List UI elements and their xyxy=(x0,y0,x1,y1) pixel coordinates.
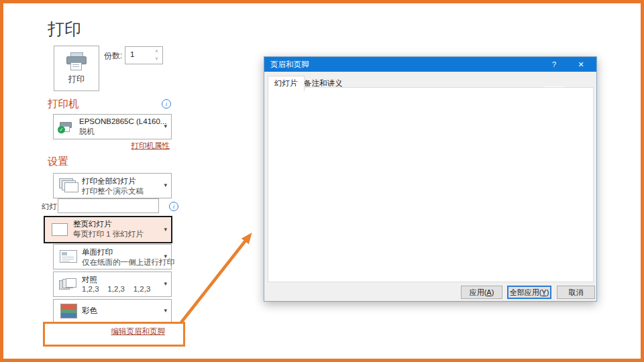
print-button[interactable]: 打印 xyxy=(54,46,99,91)
dialog-titlebar[interactable]: 页眉和页脚 ? ✕ xyxy=(264,57,596,72)
copies-label: 份数: xyxy=(104,50,122,62)
option-line2: 1,2,3 1,2,3 1,2,3 xyxy=(82,285,150,293)
spinner-down-icon[interactable]: ˅ xyxy=(152,55,161,62)
settings-section-heading: 设置 xyxy=(48,155,68,169)
slides-info-icon[interactable]: i xyxy=(169,202,178,211)
duplex-selector[interactable]: 单面打印 仅在纸面的一侧上进行打印 ▾ xyxy=(53,244,172,269)
collated-pages-icon xyxy=(59,278,78,293)
printer-device-icon: ✓ xyxy=(59,120,78,135)
printer-ok-badge: ✓ xyxy=(58,126,65,133)
option-line1: 打印全部幻灯片 xyxy=(82,176,136,186)
dropdown-caret-icon: ▾ xyxy=(164,280,167,287)
printer-section-heading: 打印机 xyxy=(48,97,79,111)
edit-header-footer-link[interactable]: 编辑页眉和页脚 xyxy=(67,326,165,337)
option-line2: 仅在纸面的一侧上进行打印 xyxy=(82,257,174,267)
option-line1: 对照 xyxy=(82,275,97,285)
apply-all-button[interactable]: 全部应用(Y) xyxy=(507,286,551,299)
printer-properties-link[interactable]: 打印机属性 xyxy=(67,141,170,151)
slide-tab-page xyxy=(268,87,594,282)
printer-info-icon[interactable]: i xyxy=(162,99,171,109)
printer-selector[interactable]: ✓ EPSONB2865C (L4160... 脱机 ▾ xyxy=(53,114,172,139)
dropdown-caret-icon: ▾ xyxy=(164,182,167,188)
dropdown-caret-icon: ▾ xyxy=(164,253,167,259)
dropdown-caret-icon: ▾ xyxy=(164,226,167,233)
dialog-title: 页眉和页脚 xyxy=(270,60,309,70)
slides-input[interactable] xyxy=(58,198,159,213)
tab-slide[interactable]: 幻灯片 xyxy=(268,76,305,91)
option-line1: 整页幻灯片 xyxy=(73,219,112,229)
printer-icon xyxy=(66,52,87,71)
one-sided-print-icon xyxy=(59,249,78,264)
print-page-title: 打印 xyxy=(48,18,81,40)
option-line1: 单面打印 xyxy=(82,247,113,257)
dropdown-caret-icon: ▾ xyxy=(164,123,167,129)
option-line2: 每页打印 1 张幻灯片 xyxy=(73,229,144,239)
collation-selector[interactable]: 对照 1,2,3 1,2,3 1,2,3 ▾ xyxy=(53,272,172,297)
option-line1: 彩色 xyxy=(82,306,97,316)
header-footer-dialog: 页眉和页脚 ? ✕ 幻灯片 备注和讲义 幻灯片包含内容 日期和时间(D) 自动更… xyxy=(264,56,597,302)
help-icon[interactable]: ? xyxy=(544,57,564,72)
slide-layout-selector[interactable]: 整页幻灯片 每页打印 1 张幻灯片 ▾ xyxy=(44,216,172,243)
print-range-selector[interactable]: 打印全部幻灯片 打印整个演示文稿 ▾ xyxy=(53,173,172,198)
annotation-arrow xyxy=(171,228,258,328)
option-line2: 打印整个演示文稿 xyxy=(82,186,144,196)
copies-stepper[interactable]: 1 ˄ ˅ xyxy=(125,46,163,64)
copies-value: 1 xyxy=(130,50,134,58)
color-mode-selector[interactable]: 彩色 ▾ xyxy=(53,299,172,322)
cancel-button[interactable]: 取消 xyxy=(557,286,595,299)
spinner-up-icon[interactable]: ˄ xyxy=(152,48,161,55)
print-all-slides-icon xyxy=(59,178,78,193)
printer-name: EPSONB2865C (L4160... xyxy=(79,117,166,125)
color-swatch-icon xyxy=(59,304,78,318)
apply-button[interactable]: 应用(A) xyxy=(461,286,502,299)
printer-status: 脱机 xyxy=(79,127,95,137)
print-button-label: 打印 xyxy=(54,74,99,85)
full-page-slide-icon xyxy=(50,223,69,237)
dropdown-caret-icon: ▾ xyxy=(164,307,167,314)
close-icon[interactable]: ✕ xyxy=(570,57,592,72)
screenshot-stage: 打印 打印 份数: 1 ˄ ˅ 打印机 i ✓ EPSONB2865C (L41… xyxy=(0,0,644,362)
